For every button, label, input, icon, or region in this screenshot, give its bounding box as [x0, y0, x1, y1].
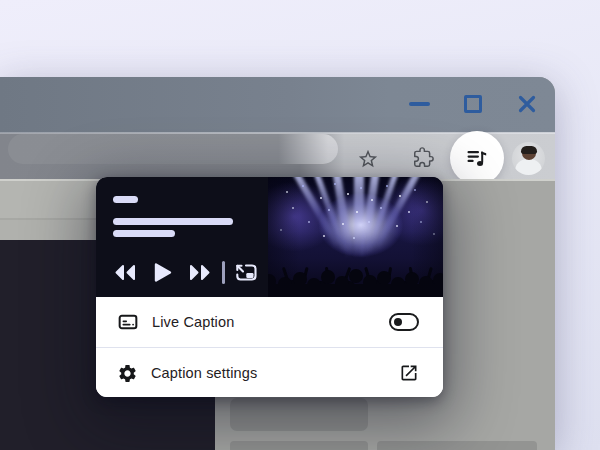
star-icon — [357, 148, 379, 170]
artwork-vignette — [268, 177, 443, 297]
media-artist-skeleton — [113, 230, 175, 237]
open-in-new-icon — [399, 363, 419, 383]
close-icon — [517, 94, 537, 114]
browser-window: Live Caption Caption settings — [0, 77, 555, 450]
avatar-hair — [521, 146, 537, 154]
extensions-button[interactable] — [413, 147, 434, 172]
titlebar — [0, 77, 555, 133]
maximize-button[interactable] — [462, 93, 484, 115]
toggle-knob — [394, 318, 402, 326]
extension-puzzle-icon — [413, 147, 434, 168]
live-caption-toggle[interactable] — [389, 313, 419, 331]
media-player-card — [96, 177, 443, 297]
caption-settings-row[interactable]: Caption settings — [96, 348, 443, 397]
skeleton-card — [377, 441, 537, 450]
caption-settings-label: Caption settings — [151, 365, 257, 381]
maximize-icon — [464, 95, 482, 113]
skeleton-card — [230, 441, 368, 450]
previous-track-button[interactable] — [113, 262, 137, 283]
address-bar[interactable] — [8, 134, 338, 164]
bookmark-star-button[interactable] — [357, 148, 379, 174]
page-background: Live Caption Caption settings — [0, 0, 600, 450]
live-caption-row: Live Caption — [96, 297, 443, 347]
next-track-button[interactable] — [188, 262, 212, 283]
concert-artwork — [268, 177, 443, 297]
controls-divider — [222, 261, 225, 284]
skeleton-card — [230, 398, 368, 431]
settings-gear-icon — [117, 363, 138, 384]
media-playlist-note-icon — [466, 147, 488, 169]
picture-in-picture-button[interactable] — [232, 261, 260, 284]
close-button[interactable] — [516, 93, 538, 115]
media-controls-button[interactable] — [466, 147, 488, 173]
previous-track-icon — [113, 262, 137, 283]
closed-caption-icon — [117, 311, 139, 333]
media-popup: Live Caption Caption settings — [96, 177, 443, 397]
next-track-icon — [188, 262, 212, 283]
minimize-button[interactable] — [405, 94, 433, 114]
play-icon — [152, 261, 173, 284]
picture-in-picture-icon — [232, 261, 260, 284]
media-track-skeleton — [113, 218, 233, 225]
minimize-icon — [409, 102, 430, 106]
media-title-skeleton — [113, 196, 138, 203]
live-caption-label: Live Caption — [152, 314, 234, 330]
play-button[interactable] — [152, 261, 173, 284]
profile-avatar[interactable] — [512, 142, 545, 175]
